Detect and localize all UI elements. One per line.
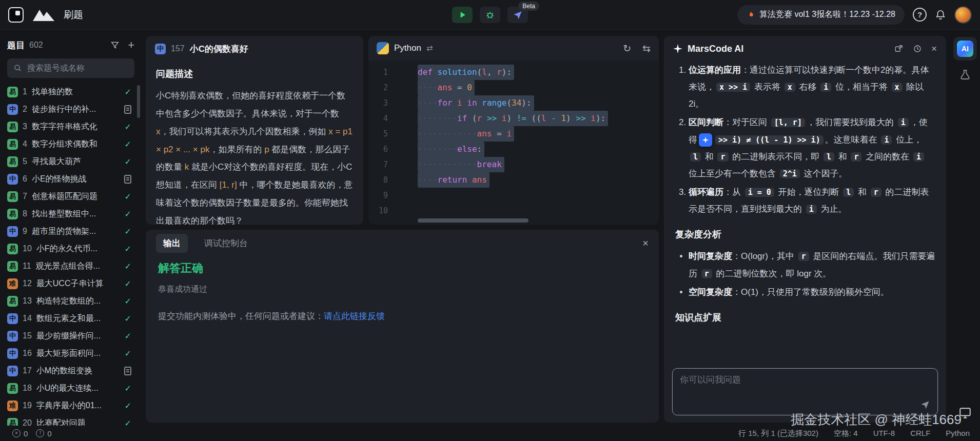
problem-list-item[interactable]: 易11观光景点组合得...✓ [7,257,134,275]
problem-number: 7 [23,192,27,201]
close-ai-icon[interactable]: × [931,43,937,54]
campaign-banner[interactable]: 算法竞赛 vol1 3报名啦！12.23 -12.28 [737,5,905,25]
problem-number: 18 [23,384,32,393]
ai-chat-input[interactable] [680,374,910,400]
problem-list-item[interactable]: 易18小U的最大连续...✓ [7,379,134,397]
code-line[interactable]: 9 [368,188,659,203]
search-input[interactable] [27,64,128,73]
difficulty-badge: 中 [155,44,166,54]
sidebar-scrollbar[interactable] [137,85,140,118]
search-box[interactable] [7,58,134,78]
problem-list-item[interactable]: 易7创意标题匹配问题✓ [7,188,134,205]
problem-list-item[interactable]: 易5寻找最大葫芦✓ [7,153,134,170]
tab-debug-console[interactable]: 调试控制台 [197,234,255,253]
line-number: 10 [368,203,399,218]
difficulty-badge: 难 [7,400,18,411]
problem-list-item[interactable]: 中14数组元素之和最...✓ [7,310,134,327]
avatar[interactable] [954,6,972,24]
problem-title: 寻找最大葫芦 [32,156,120,167]
problem-title: 小C的偶数喜好 [190,43,248,55]
problem-title: 最少前缀操作问... [36,331,120,342]
code-line[interactable]: 2····ans = 0 [368,80,659,95]
solved-check-icon: ✓ [125,192,134,202]
difficulty-badge: 中 [7,174,18,185]
code-line[interactable]: 5············ans = i [368,126,659,142]
problem-list-item[interactable]: 难12最大UCC子串计算✓ [7,275,134,292]
problem-title: 创意标题匹配问题 [32,191,120,202]
code-editor[interactable]: 1def solution(l, r):2····ans = 03····for… [368,61,659,225]
solved-check-icon: ✓ [125,279,134,289]
add-problem-icon[interactable]: + [128,39,134,51]
marscode-popup-icon[interactable] [699,133,712,147]
problem-list-item[interactable]: 中15最少前缀操作问...✓ [7,327,134,345]
tab-output[interactable]: 输出 [156,234,188,253]
code-line[interactable]: 10 [368,203,659,218]
problem-title: 小F的永久代币... [36,244,120,254]
code-line[interactable]: 1def solution(l, r): [368,65,659,80]
problem-list-item[interactable]: 难19字典序最小的01...✓ [7,397,134,414]
problem-list-item[interactable]: 中6小E的怪物挑战 [7,170,134,188]
line-number: 8 [368,172,399,188]
sidebar: 题目 602 + 易1找单独的数✓中2徒步旅行中的补...易3数字字符串格式化✓… [0,30,141,426]
solved-check-icon: ✓ [125,227,134,236]
indentation-setting[interactable]: 空格: 4 [834,429,858,438]
reset-code-icon[interactable]: ↻ [623,43,631,54]
code-line[interactable]: 4········if (r >> i) != ((l - 1) >> i): [368,111,659,126]
solved-check-icon: ✓ [125,349,134,358]
lab-flask-icon[interactable] [959,69,971,81]
run-button[interactable] [452,7,473,23]
right-rail: AI [950,30,980,426]
submit-button[interactable]: Beta [507,7,528,23]
language-switch-icon[interactable]: ⇄ [426,44,433,53]
open-in-new-icon[interactable] [894,44,904,53]
problem-list-item[interactable]: 易4数字分组求偶数和✓ [7,135,134,153]
history-icon[interactable] [913,44,922,53]
code-line[interactable]: 7············break [368,157,659,172]
code-line[interactable]: 3····for i in range(34): [368,95,659,111]
code-line[interactable]: 8····return ans [368,172,659,188]
ai-chat-input-box[interactable] [672,368,938,415]
problem-list-item[interactable]: 易13构造特定数组的...✓ [7,292,134,310]
problem-list-item[interactable]: 易8找出整型数组中...✓ [7,205,134,223]
eol-setting[interactable]: CRLF [910,429,930,438]
bell-icon[interactable] [935,9,946,21]
problem-number: 11 [23,262,31,271]
solved-check-icon: ✓ [125,244,134,254]
difficulty-badge: 易 [7,122,18,132]
problem-number: 8 [23,209,27,218]
problem-list-item[interactable]: 易20比赛配对问题✓ [7,414,134,426]
problem-list-item[interactable]: 中9超市里的货物架...✓ [7,223,134,240]
problem-list-item[interactable]: 中17小M的数组变换 [7,362,134,379]
format-code-icon[interactable]: ⇆ [642,43,651,54]
python-icon [377,42,389,54]
problem-number: 2 [23,105,27,114]
problem-list-item[interactable]: 易1找单独的数✓ [7,83,134,101]
marscode-mountain-logo-icon[interactable] [32,8,55,22]
difficulty-badge: 中 [7,104,18,115]
cursor-position[interactable]: 行 15, 列 1 (已选择302) [738,429,818,438]
language-mode[interactable]: Python [946,429,970,438]
problem-list-item[interactable]: 中2徒步旅行中的补... [7,101,134,118]
problems-status[interactable]: ×0 !0 [12,429,52,438]
app-logo-icon[interactable] [8,7,24,23]
feedback-link[interactable]: 请点此链接反馈 [324,311,385,321]
editor-horizontal-scrollbar[interactable] [418,218,528,223]
debug-button[interactable] [480,7,500,23]
description-heading: 问题描述 [156,68,353,80]
encoding-setting[interactable]: UTF-8 [873,429,895,438]
complexity-item: 空间复杂度：O(1)，只使用了常数级别的额外空间。 [689,284,936,300]
ai-panel: MarsCode AI × 位运算的应用：通过位运算可以快速判断一个数中2的幂。… [664,36,946,423]
code-line[interactable]: 6········else: [368,142,659,157]
problem-list-item[interactable]: 中16最大矩形面积问...✓ [7,345,134,362]
filter-icon[interactable] [110,41,120,50]
close-output-icon[interactable]: × [642,237,649,249]
difficulty-badge: 易 [7,418,18,426]
ai-assistant-rail-button[interactable]: AI [953,37,977,61]
problem-list-item[interactable]: 易10小F的永久代币...✓ [7,240,134,257]
note-doc-icon [124,367,134,375]
send-icon[interactable] [920,399,930,410]
bug-icon [485,10,495,20]
difficulty-badge: 易 [7,139,18,150]
help-icon[interactable] [913,8,927,22]
problem-list-item[interactable]: 易3数字字符串格式化✓ [7,118,134,135]
